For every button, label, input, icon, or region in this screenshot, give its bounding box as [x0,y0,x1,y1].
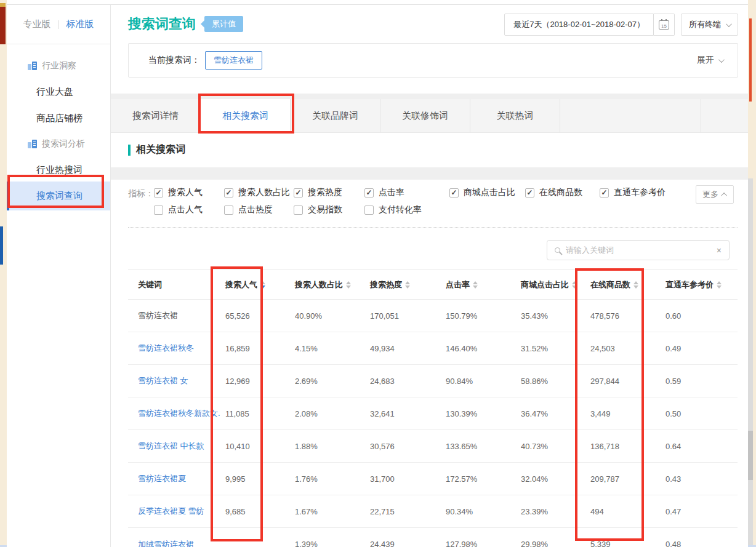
sidebar-item-product-shop-rank[interactable]: 商品店铺榜 [7,109,110,127]
background-window-fragment [749,18,752,102]
sort-icon [473,281,478,289]
analysis-icon [28,140,37,148]
chevron-up-icon [721,192,727,198]
terminal-dropdown[interactable]: 所有终端 [681,14,738,36]
value-cell: 32,641 [365,409,441,418]
value-cell: 16,859 [220,344,290,353]
tab-related-modifier-words[interactable]: 关联修饰词 [380,99,470,132]
checkbox-checked-icon [294,188,303,198]
column-header-search-popularity[interactable]: 搜索人气 [220,279,290,290]
tab-related-search-words[interactable]: 相关搜索词 [201,99,291,132]
metric-checkbox-ztc-ref-price[interactable]: 直通车参考价 [600,186,666,199]
column-header-search-heat[interactable]: 搜索热度 [365,279,441,290]
industry-icon [28,62,37,70]
value-cell: 9,995 [220,474,290,484]
table-row: 雪纺连衣裙 中长款 10,410 1.88% 30,576 133.65% 40… [128,430,738,463]
value-cell: 3,449 [585,409,661,418]
metric-checkbox-ctr[interactable]: 点击率 [364,186,404,199]
keyword-search-input[interactable] [566,246,711,255]
sidebar-item-search-word-query[interactable]: 搜索词查询 [7,182,110,210]
value-cell: 30,576 [365,442,441,451]
scrollbar-track[interactable] [748,178,753,547]
sidebar-item-industry-market[interactable]: 行业大盘 [7,82,110,101]
section-title: 相关搜索词 [136,143,185,156]
keyword-link[interactable]: 雪纺连衣裙夏 [128,473,220,484]
sidebar-item-industry-insight[interactable]: 行业洞察 [7,57,110,75]
tab-related-hot-words[interactable]: 关联热词 [470,99,560,132]
column-header-online-products[interactable]: 在线商品数 [585,279,661,290]
value-cell: 0.43 [661,474,738,484]
value-cell: 32.04% [516,474,585,484]
value-cell: 23.39% [516,507,585,516]
keyword-link[interactable]: 反季连衣裙夏 雪纺 [128,506,220,517]
table-header-row: 关键词 搜索人气 搜索人数占比 搜索热度 点击率 商城点击占比 在线商品数 直通… [128,270,738,300]
tab-related-brand-words[interactable]: 关联品牌词 [291,99,380,132]
metric-checkbox-click-popularity[interactable]: 点击人气 [154,204,203,216]
value-cell: 5,339 [585,540,661,547]
metric-checkbox-search-popularity[interactable]: 搜索人气 [154,186,203,199]
value-cell: 127.98% [441,540,516,547]
column-header-keyword: 关键词 [128,279,220,290]
section-accent-bar [128,145,131,156]
sidebar-item-search-analysis[interactable]: 搜索词分析 [7,135,110,153]
sort-icon [260,281,265,289]
table-row: 雪纺连衣裙秋冬 16,859 4.15% 49,934 146.40% 31.5… [128,332,738,365]
metric-checkbox-click-heat[interactable]: 点击热度 [224,204,273,216]
related-search-table: 关键词 搜索人气 搜索人数占比 搜索热度 点击率 商城点击占比 在线商品数 直通… [128,270,738,547]
keyword-link[interactable]: 雪纺连衣裙秋冬新款女... [128,408,220,419]
table-row: 雪纺连衣裙 65,526 40.90% 170,051 150.79% 35.4… [128,300,738,332]
sidebar-item-label: 行业洞察 [42,60,76,71]
metric-checkbox-transaction-index[interactable]: 交易指数 [294,204,342,216]
metric-checkbox-payment-conversion[interactable]: 支付转化率 [364,204,422,216]
date-range-selector[interactable]: 最近7天（2018-02-01~2018-02-07） [504,14,654,36]
value-cell: 133.65% [441,442,516,451]
tab-search-word-detail[interactable]: 搜索词详情 [111,99,201,132]
calendar-button[interactable] [654,14,675,36]
metric-checkbox-mall-click-share[interactable]: 商城点击占比 [449,186,515,199]
content-panel: 指标： 搜索人气 搜索人数占比 搜索热度 点击率 商城点击占比 在线商品数 直通… [111,180,748,547]
value-cell: 130.39% [441,409,516,418]
value-cell: 36.47% [516,409,585,418]
column-header-ztc-ref-price[interactable]: 直通车参考价 [661,279,738,290]
sort-icon [405,281,410,289]
clear-icon[interactable]: × [717,246,722,255]
table-row: 加绒雪纺连衣裙 1.39% 24,439 127.98% 29.98% 5,33… [128,528,738,547]
column-header-mall-click-share[interactable]: 商城点击占比 [516,279,585,290]
value-cell: 9,685 [220,507,290,516]
checkbox-checked-icon [224,188,233,198]
keyword-link[interactable]: 加绒雪纺连衣裙 [128,539,220,547]
version-tab-standard[interactable]: 标准版 [66,18,94,30]
column-header-ctr[interactable]: 点击率 [441,279,516,290]
sidebar-item-hot-search-words[interactable]: 行业热搜词 [7,161,110,179]
keyword-link[interactable]: 雪纺连衣裙秋冬 [128,343,220,354]
section-panel: 相关搜索词 [111,133,748,167]
metric-checkbox-online-products[interactable]: 在线商品数 [525,186,582,199]
expand-toggle[interactable]: 展开 [697,55,723,66]
sidebar-item-label: 行业大盘 [36,86,73,98]
checkbox-checked-icon [364,188,374,198]
metric-checkbox-search-heat[interactable]: 搜索热度 [294,186,342,199]
current-term-chip[interactable]: 雪纺连衣裙 [205,51,262,70]
keyword-link[interactable]: 雪纺连衣裙 中长款 [128,441,220,452]
column-header-searcher-share[interactable]: 搜索人数占比 [290,279,365,290]
keyword-link[interactable]: 雪纺连衣裙 女 [128,375,220,386]
more-button[interactable]: 更多 [696,185,734,204]
calendar-icon [659,20,669,30]
value-cell: 24,683 [365,377,441,386]
value-cell: 40.90% [290,311,365,321]
chevron-down-icon [718,57,725,63]
checkbox-unchecked-icon [154,206,163,215]
window-edge-left [0,0,7,547]
version-tab-pro[interactable]: 专业版 [23,18,51,30]
sidebar-item-label: 搜索词查询 [36,190,82,202]
current-term-label: 当前搜索词： [148,55,200,66]
value-cell: 0.59 [661,377,738,386]
scrollbar-thumb[interactable] [748,431,753,480]
metric-checkbox-searcher-share[interactable]: 搜索人数占比 [224,186,290,199]
divider [58,20,59,29]
value-cell: 1.76% [290,474,365,484]
checkbox-checked-icon [449,188,459,198]
value-cell: 90.34% [441,507,516,516]
sort-icon [346,281,351,289]
checkbox-checked-icon [600,188,609,198]
